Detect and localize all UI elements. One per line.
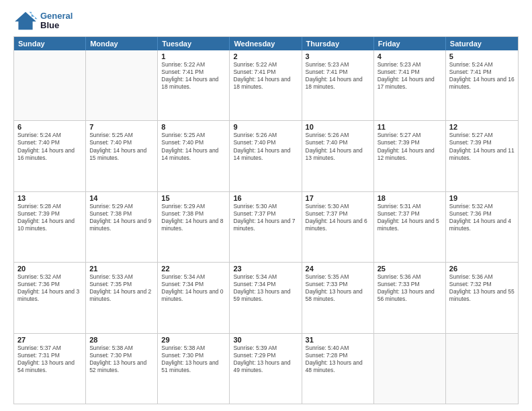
cal-cell: 13Sunrise: 5:28 AM Sunset: 7:39 PM Dayli… bbox=[14, 192, 86, 262]
cell-info: Sunrise: 5:26 AM Sunset: 7:40 PM Dayligh… bbox=[233, 132, 298, 161]
cal-cell: 20Sunrise: 5:32 AM Sunset: 7:36 PM Dayli… bbox=[14, 263, 86, 332]
cell-info: Sunrise: 5:30 AM Sunset: 7:37 PM Dayligh… bbox=[306, 203, 370, 232]
cell-info: Sunrise: 5:36 AM Sunset: 7:33 PM Dayligh… bbox=[378, 273, 442, 303]
cal-cell: 30Sunrise: 5:39 AM Sunset: 7:29 PM Dayli… bbox=[230, 334, 302, 404]
logo: General Blue bbox=[13, 11, 73, 31]
cal-cell: 3Sunrise: 5:23 AM Sunset: 7:41 PM Daylig… bbox=[302, 50, 374, 120]
cell-info: Sunrise: 5:38 AM Sunset: 7:30 PM Dayligh… bbox=[161, 345, 226, 374]
cell-info: Sunrise: 5:25 AM Sunset: 7:40 PM Dayligh… bbox=[89, 132, 154, 161]
day-number: 19 bbox=[449, 194, 515, 202]
cell-info: Sunrise: 5:27 AM Sunset: 7:39 PM Dayligh… bbox=[378, 132, 442, 161]
day-number: 27 bbox=[17, 336, 82, 344]
day-number: 1 bbox=[161, 52, 226, 60]
cal-cell: 10Sunrise: 5:26 AM Sunset: 7:40 PM Dayli… bbox=[302, 121, 374, 191]
cell-info: Sunrise: 5:32 AM Sunset: 7:36 PM Dayligh… bbox=[449, 203, 515, 232]
day-number: 5 bbox=[449, 52, 515, 60]
cal-cell: 22Sunrise: 5:34 AM Sunset: 7:34 PM Dayli… bbox=[158, 263, 230, 332]
cal-cell bbox=[14, 50, 86, 120]
cell-info: Sunrise: 5:29 AM Sunset: 7:38 PM Dayligh… bbox=[161, 203, 226, 232]
cell-info: Sunrise: 5:30 AM Sunset: 7:37 PM Dayligh… bbox=[233, 203, 298, 232]
cell-info: Sunrise: 5:37 AM Sunset: 7:31 PM Dayligh… bbox=[17, 345, 82, 374]
cell-info: Sunrise: 5:34 AM Sunset: 7:34 PM Dayligh… bbox=[233, 273, 298, 303]
day-number: 15 bbox=[161, 194, 226, 202]
header: General Blue bbox=[13, 11, 519, 31]
cal-cell: 11Sunrise: 5:27 AM Sunset: 7:39 PM Dayli… bbox=[374, 121, 446, 191]
cal-cell: 4Sunrise: 5:23 AM Sunset: 7:41 PM Daylig… bbox=[374, 50, 446, 120]
cal-cell: 5Sunrise: 5:24 AM Sunset: 7:41 PM Daylig… bbox=[446, 50, 518, 120]
header-day-monday: Monday bbox=[86, 37, 158, 50]
header-day-thursday: Thursday bbox=[302, 37, 374, 50]
header-day-saturday: Saturday bbox=[446, 37, 518, 50]
cell-info: Sunrise: 5:26 AM Sunset: 7:40 PM Dayligh… bbox=[306, 132, 370, 161]
day-number: 7 bbox=[89, 123, 154, 131]
day-number: 2 bbox=[233, 52, 298, 60]
day-number: 4 bbox=[378, 52, 442, 60]
cell-info: Sunrise: 5:22 AM Sunset: 7:41 PM Dayligh… bbox=[233, 61, 298, 91]
calendar: SundayMondayTuesdayWednesdayThursdayFrid… bbox=[13, 36, 519, 404]
day-number: 11 bbox=[378, 123, 442, 131]
day-number: 6 bbox=[17, 123, 82, 131]
cal-cell: 2Sunrise: 5:22 AM Sunset: 7:41 PM Daylig… bbox=[230, 50, 302, 120]
svg-marker-0 bbox=[15, 12, 36, 30]
cell-info: Sunrise: 5:32 AM Sunset: 7:36 PM Dayligh… bbox=[17, 273, 82, 303]
cal-cell: 6Sunrise: 5:24 AM Sunset: 7:40 PM Daylig… bbox=[14, 121, 86, 191]
cal-cell: 29Sunrise: 5:38 AM Sunset: 7:30 PM Dayli… bbox=[158, 334, 230, 404]
day-number: 16 bbox=[233, 194, 298, 202]
cell-info: Sunrise: 5:27 AM Sunset: 7:39 PM Dayligh… bbox=[449, 132, 515, 161]
calendar-body: 1Sunrise: 5:22 AM Sunset: 7:41 PM Daylig… bbox=[14, 50, 518, 404]
cal-cell: 12Sunrise: 5:27 AM Sunset: 7:39 PM Dayli… bbox=[446, 121, 518, 191]
day-number: 13 bbox=[17, 194, 82, 202]
cell-info: Sunrise: 5:31 AM Sunset: 7:37 PM Dayligh… bbox=[378, 203, 442, 232]
logo-text: General Blue bbox=[40, 11, 73, 31]
day-number: 14 bbox=[89, 194, 154, 202]
cell-info: Sunrise: 5:25 AM Sunset: 7:40 PM Dayligh… bbox=[161, 132, 226, 161]
day-number: 26 bbox=[449, 265, 515, 273]
cal-cell: 24Sunrise: 5:35 AM Sunset: 7:33 PM Dayli… bbox=[302, 263, 374, 332]
page: General Blue SundayMondayTuesdayWednesda… bbox=[0, 0, 532, 411]
cal-cell: 25Sunrise: 5:36 AM Sunset: 7:33 PM Dayli… bbox=[374, 263, 446, 332]
calendar-header: SundayMondayTuesdayWednesdayThursdayFrid… bbox=[14, 37, 518, 50]
day-number: 8 bbox=[161, 123, 226, 131]
cal-cell bbox=[446, 334, 518, 404]
cell-info: Sunrise: 5:40 AM Sunset: 7:28 PM Dayligh… bbox=[306, 345, 370, 374]
cal-cell: 7Sunrise: 5:25 AM Sunset: 7:40 PM Daylig… bbox=[86, 121, 158, 191]
cell-info: Sunrise: 5:33 AM Sunset: 7:35 PM Dayligh… bbox=[89, 273, 154, 303]
day-number: 22 bbox=[161, 265, 226, 273]
cell-info: Sunrise: 5:28 AM Sunset: 7:39 PM Dayligh… bbox=[17, 203, 82, 232]
cal-cell bbox=[86, 50, 158, 120]
day-number: 20 bbox=[17, 265, 82, 273]
cell-info: Sunrise: 5:34 AM Sunset: 7:34 PM Dayligh… bbox=[161, 273, 226, 303]
cell-info: Sunrise: 5:38 AM Sunset: 7:30 PM Dayligh… bbox=[89, 345, 154, 374]
cal-row-2: 13Sunrise: 5:28 AM Sunset: 7:39 PM Dayli… bbox=[14, 192, 518, 263]
cal-cell: 23Sunrise: 5:34 AM Sunset: 7:34 PM Dayli… bbox=[230, 263, 302, 332]
cell-info: Sunrise: 5:23 AM Sunset: 7:41 PM Dayligh… bbox=[306, 61, 370, 91]
day-number: 17 bbox=[306, 194, 370, 202]
cal-cell: 8Sunrise: 5:25 AM Sunset: 7:40 PM Daylig… bbox=[158, 121, 230, 191]
day-number: 30 bbox=[233, 336, 298, 344]
cell-info: Sunrise: 5:35 AM Sunset: 7:33 PM Dayligh… bbox=[306, 273, 370, 303]
day-number: 24 bbox=[306, 265, 370, 273]
cell-info: Sunrise: 5:22 AM Sunset: 7:41 PM Dayligh… bbox=[161, 61, 226, 91]
cal-cell: 31Sunrise: 5:40 AM Sunset: 7:28 PM Dayli… bbox=[302, 334, 374, 404]
day-number: 28 bbox=[89, 336, 154, 344]
header-day-tuesday: Tuesday bbox=[158, 37, 230, 50]
cal-cell: 17Sunrise: 5:30 AM Sunset: 7:37 PM Dayli… bbox=[302, 192, 374, 262]
day-number: 9 bbox=[233, 123, 298, 131]
day-number: 25 bbox=[378, 265, 442, 273]
cal-cell bbox=[374, 334, 446, 404]
logo-icon bbox=[13, 11, 38, 31]
cal-row-4: 27Sunrise: 5:37 AM Sunset: 7:31 PM Dayli… bbox=[14, 334, 518, 404]
day-number: 18 bbox=[378, 194, 442, 202]
cal-row-1: 6Sunrise: 5:24 AM Sunset: 7:40 PM Daylig… bbox=[14, 121, 518, 191]
cal-row-0: 1Sunrise: 5:22 AM Sunset: 7:41 PM Daylig… bbox=[14, 50, 518, 121]
cal-cell: 28Sunrise: 5:38 AM Sunset: 7:30 PM Dayli… bbox=[86, 334, 158, 404]
cal-cell: 1Sunrise: 5:22 AM Sunset: 7:41 PM Daylig… bbox=[158, 50, 230, 120]
header-day-friday: Friday bbox=[374, 37, 446, 50]
cal-row-3: 20Sunrise: 5:32 AM Sunset: 7:36 PM Dayli… bbox=[14, 263, 518, 333]
day-number: 12 bbox=[449, 123, 515, 131]
day-number: 29 bbox=[161, 336, 226, 344]
cal-cell: 18Sunrise: 5:31 AM Sunset: 7:37 PM Dayli… bbox=[374, 192, 446, 262]
cal-cell: 21Sunrise: 5:33 AM Sunset: 7:35 PM Dayli… bbox=[86, 263, 158, 332]
day-number: 10 bbox=[306, 123, 370, 131]
day-number: 3 bbox=[306, 52, 370, 60]
